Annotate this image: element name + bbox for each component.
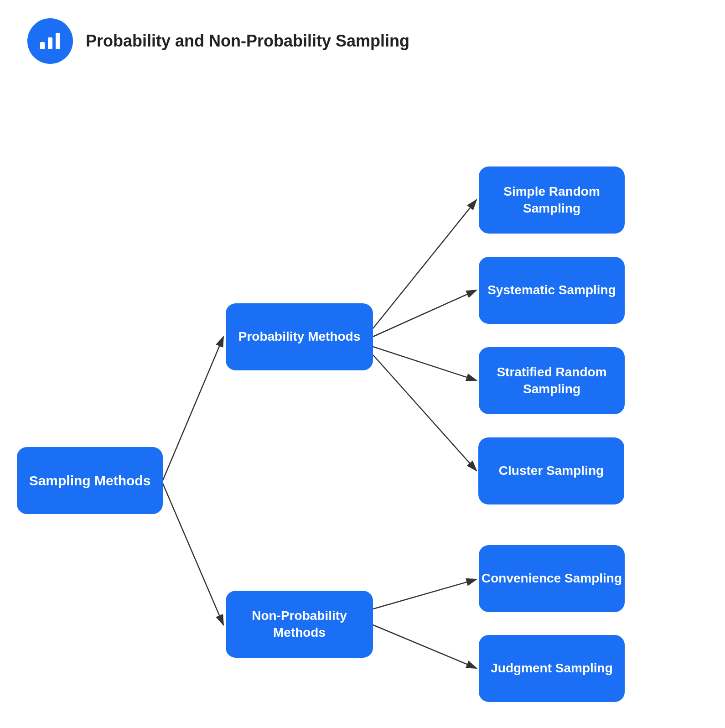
- node-judgment-sampling: Judgment Sampling: [479, 635, 625, 702]
- node-convenience-sampling: Convenience Sampling: [479, 545, 625, 612]
- svg-line-10: [373, 579, 476, 609]
- svg-line-8: [373, 347, 476, 380]
- svg-line-4: [163, 337, 223, 480]
- node-probability-methods: Probability Methods: [226, 303, 373, 370]
- node-sampling-methods: Sampling Methods: [17, 447, 163, 514]
- header: Probability and Non-Probability Sampling: [0, 0, 725, 73]
- page-title: Probability and Non-Probability Sampling: [86, 31, 409, 51]
- svg-line-11: [373, 625, 476, 668]
- svg-rect-0: [40, 42, 45, 49]
- svg-line-7: [373, 290, 476, 337]
- node-stratified-random-sampling: Stratified Random Sampling: [479, 347, 625, 414]
- svg-rect-2: [56, 33, 60, 49]
- svg-rect-1: [48, 37, 52, 49]
- node-systematic-sampling: Systematic Sampling: [479, 257, 625, 324]
- svg-line-5: [163, 484, 223, 625]
- svg-line-9: [373, 355, 476, 471]
- node-cluster-sampling: Cluster Sampling: [478, 437, 624, 504]
- diagram-container: Sampling Methods Probability Methods Non…: [0, 73, 725, 728]
- svg-line-6: [373, 200, 476, 328]
- node-simple-random-sampling: Simple Random Sampling: [479, 166, 625, 234]
- logo-icon: [27, 18, 73, 64]
- node-non-probability-methods: Non-Probability Methods: [226, 591, 373, 658]
